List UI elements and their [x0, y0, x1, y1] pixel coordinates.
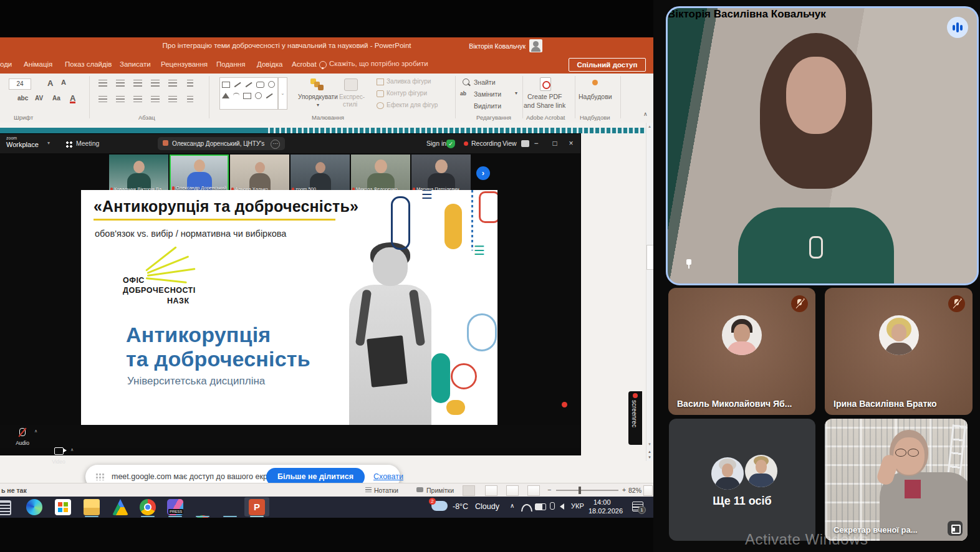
zoom-percent[interactable]: 82%: [628, 487, 641, 494]
shape-star-icon[interactable]: [255, 92, 262, 99]
quick-styles-button[interactable]: Експрес-: [339, 93, 365, 100]
meet-main-tile[interactable]: Вікторія Василівна Ковальчук: [666, 6, 979, 285]
replace-button[interactable]: Замінити: [474, 90, 501, 98]
decrease-font-icon[interactable]: A: [61, 79, 66, 86]
meet-tile-iryna[interactable]: Ірина Василівна Братко: [825, 288, 973, 415]
ppt-account-avatar[interactable]: [529, 39, 542, 52]
filmstrip-next-arrow[interactable]: ›: [476, 166, 490, 180]
tellme-search[interactable]: Скажіть, що потрібно зробити: [329, 60, 428, 67]
zoom-meeting-tab[interactable]: Meeting: [76, 140, 99, 147]
shape-arc-icon[interactable]: [233, 93, 239, 98]
meeting-more-icon[interactable]: ⋯: [271, 140, 280, 149]
weather-temp[interactable]: -8°C: [453, 502, 468, 511]
menu-view[interactable]: Подання: [216, 60, 245, 68]
slideshow-button[interactable]: [527, 485, 540, 496]
filmstrip-tile-6[interactable]: Марина Патрілевич: [411, 155, 471, 193]
expand-tile-icon[interactable]: [948, 521, 963, 536]
menu-slideshow[interactable]: Показ слайдів: [65, 60, 112, 68]
increase-font-icon[interactable]: A: [47, 79, 53, 88]
chrome-icon-1[interactable]: [140, 499, 156, 515]
google-drive-icon[interactable]: [112, 499, 128, 515]
shape-ellipse-icon[interactable]: [268, 81, 275, 88]
menu-transitions-cut[interactable]: оди: [0, 60, 12, 68]
shape-outline-button[interactable]: Контур фігури: [387, 90, 427, 97]
pin-icon[interactable]: [684, 259, 694, 269]
meet-tile-secretary[interactable]: Секретар вченої ра...: [825, 419, 968, 541]
create-pdf-button2[interactable]: and Share link: [524, 102, 565, 109]
filmstrip-tile-5[interactable]: Микола Федоренко: [351, 155, 410, 193]
menu-animation[interactable]: Анімація: [24, 60, 52, 68]
file-explorer-icon[interactable]: [84, 499, 100, 515]
shape-connector-icon[interactable]: [266, 93, 273, 98]
zoom-minimize-button[interactable]: −: [527, 134, 545, 153]
screenrec-floating-dot[interactable]: [562, 402, 567, 407]
notification-grip-icon[interactable]: [95, 473, 104, 480]
filmstrip-tile-3[interactable]: Альона Халько: [230, 155, 289, 193]
screenrec-widget[interactable]: screenrec: [628, 391, 642, 445]
ms-store-icon[interactable]: [55, 499, 71, 515]
shape-effects-button[interactable]: Ефекти для фігур: [387, 102, 438, 108]
battery-icon[interactable]: [535, 503, 546, 510]
zoom-close-button[interactable]: ×: [562, 134, 580, 153]
slide-sorter-button[interactable]: [485, 485, 497, 496]
arrange-button[interactable]: Упорядкувати: [298, 93, 338, 100]
zoom-signin-link[interactable]: Sign in: [426, 140, 446, 147]
align-left-icon[interactable]: [98, 96, 107, 103]
zoom-slider-thumb[interactable]: [579, 487, 581, 494]
ppt-account-name[interactable]: Вікторія Ковальчук: [469, 42, 526, 50]
filmstrip-tile-4[interactable]: zoom 500: [291, 155, 350, 193]
numbering-icon[interactable]: [116, 80, 125, 87]
text-direction-icon[interactable]: [187, 80, 193, 87]
indent-increase-icon[interactable]: [151, 80, 160, 87]
share-access-button[interactable]: Спільний доступ: [569, 58, 646, 72]
create-pdf-button[interactable]: Create PDF: [527, 93, 562, 100]
powerpoint-taskbar-icon[interactable]: P: [249, 499, 265, 515]
edge-icon[interactable]: [26, 499, 42, 515]
select-button[interactable]: Виділити: [474, 102, 501, 110]
align-center-icon[interactable]: [116, 96, 125, 103]
prev-slide-button[interactable]: ▴: [646, 449, 653, 454]
font-size-box[interactable]: 24: [9, 79, 31, 90]
weather-cloud-icon[interactable]: 2: [431, 501, 448, 511]
zoom-meeting-title-tab[interactable]: Олександр Доренський, ЦНТУ's ⋯: [158, 137, 285, 150]
scroll-down-arrow[interactable]: ▾: [646, 442, 653, 447]
justify-icon[interactable]: [151, 96, 160, 103]
zoom-out-button[interactable]: −: [547, 486, 551, 493]
zoom-video-button[interactable]: ∧ Video: [42, 446, 75, 465]
wifi-icon[interactable]: [521, 504, 532, 512]
shape-fill-button[interactable]: Заливка фігури: [387, 78, 431, 85]
columns-icon[interactable]: [168, 96, 177, 103]
meet-tile-vasyl[interactable]: Василь Миколайович Яб...: [668, 288, 815, 415]
speaker-icon[interactable]: [560, 503, 564, 510]
tray-chevron[interactable]: ∧: [510, 502, 514, 509]
filmstrip-tile-2-active[interactable]: Олександр Доренський, ...: [170, 155, 229, 193]
video-caret[interactable]: ∧: [70, 447, 74, 452]
case-icon[interactable]: Aa: [52, 95, 60, 102]
normal-view-button[interactable]: [463, 485, 475, 496]
zoom-audio-button[interactable]: ∧ Audio: [7, 427, 37, 446]
filmstrip-tile-1[interactable]: Ковальчук Вікторія Ва...: [109, 155, 168, 193]
meet-tile-others[interactable]: Ще 11 осіб: [669, 419, 815, 541]
menu-record[interactable]: Записати: [120, 60, 151, 68]
zoom-slider-track[interactable]: [556, 490, 618, 491]
align-right-icon[interactable]: [133, 96, 142, 103]
menu-help[interactable]: Довідка: [257, 60, 282, 68]
menu-review[interactable]: Рецензування: [161, 60, 208, 68]
zoom-in-button[interactable]: +: [622, 486, 626, 493]
tray-time[interactable]: 14:00: [593, 498, 611, 506]
align-text-icon[interactable]: [187, 96, 193, 103]
shape-rounded-icon[interactable]: [256, 82, 264, 88]
addins-button[interactable]: Надбудови: [579, 93, 612, 100]
shape-triangle-icon[interactable]: [222, 93, 229, 98]
language-indicator[interactable]: УКР: [571, 502, 584, 510]
zoom-brand-chevron[interactable]: ▾: [47, 140, 50, 146]
spacing-icon[interactable]: AV: [35, 95, 43, 102]
comments-button[interactable]: Примітки: [426, 487, 454, 494]
indent-decrease-icon[interactable]: [133, 80, 142, 87]
tray-date[interactable]: 18.02.2026: [588, 507, 623, 515]
taskbar-cut-icon[interactable]: [0, 500, 11, 515]
replace-chevron[interactable]: ▾: [515, 90, 517, 96]
shape-line-icon[interactable]: [234, 82, 241, 87]
notes-button[interactable]: Нотатки: [374, 487, 398, 494]
shape-rect-icon[interactable]: [222, 82, 230, 88]
